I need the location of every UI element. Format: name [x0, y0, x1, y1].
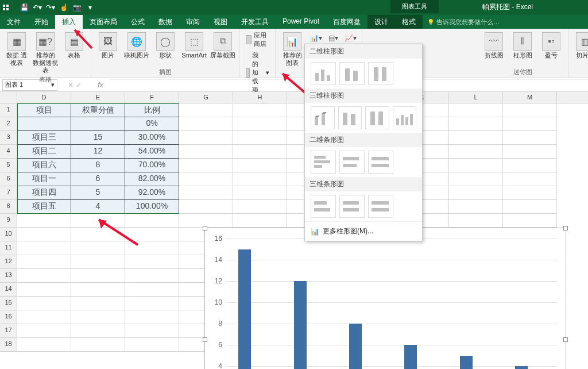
tab-powerpivot[interactable]: Power Pivot	[276, 15, 326, 29]
row-header-10[interactable]: 10	[0, 228, 17, 241]
cell[interactable]	[233, 145, 287, 159]
3d-100stacked-column-thumb[interactable]	[365, 106, 389, 129]
sparkline-winloss-button[interactable]: ▪▫盈亏	[538, 30, 564, 59]
row-header-1[interactable]: 1	[0, 103, 17, 117]
row-header-18[interactable]: 18	[0, 338, 17, 352]
cell[interactable]	[233, 200, 287, 214]
tab-insert[interactable]: 插入	[55, 15, 83, 29]
3d-stacked-bar-thumb[interactable]	[339, 195, 365, 218]
cell[interactable]: 项目六	[17, 159, 71, 172]
cell[interactable]	[17, 338, 71, 352]
cell[interactable]	[179, 186, 233, 200]
cell[interactable]	[71, 255, 125, 269]
embedded-chart[interactable]: 0246810121416项目三项目二项目六项目一项目四项目五 系列1 系列2	[204, 228, 566, 369]
cell[interactable]	[503, 214, 557, 228]
cell[interactable]	[125, 297, 179, 310]
3d-clustered-bar-thumb[interactable]	[311, 195, 336, 218]
cell[interactable]	[179, 117, 233, 131]
cell[interactable]: 5	[71, 186, 125, 200]
sparkline-line-button[interactable]: 〰折线图	[481, 30, 507, 59]
screenshot-button[interactable]: ⧉屏幕截图	[210, 30, 236, 59]
bar-chart-button[interactable]: ▤▾	[325, 32, 341, 44]
row-header-7[interactable]: 7	[0, 186, 17, 200]
row-header-14[interactable]: 14	[0, 283, 17, 297]
cell[interactable]	[503, 200, 557, 214]
100stacked-bar-thumb[interactable]	[368, 151, 393, 174]
col-header-D[interactable]: D	[17, 92, 71, 103]
tab-layout[interactable]: 页面布局	[83, 15, 124, 29]
row-header-4[interactable]: 4	[0, 145, 17, 159]
cell[interactable]	[17, 117, 71, 131]
col-header-M[interactable]: M	[503, 92, 557, 103]
cell[interactable]	[503, 186, 557, 200]
cell[interactable]	[503, 117, 557, 131]
col-header-G[interactable]: G	[179, 92, 233, 103]
row-header-11[interactable]: 11	[0, 241, 17, 255]
cell[interactable]	[179, 172, 233, 186]
row-header-2[interactable]: 2	[0, 117, 17, 131]
online-pictures-button[interactable]: 🌐联机图片	[123, 30, 150, 59]
cell[interactable]	[125, 214, 179, 228]
cell[interactable]: 项目四	[17, 186, 71, 200]
tab-review[interactable]: 审阅	[179, 15, 207, 29]
cell[interactable]: 项目一	[17, 172, 71, 186]
cell[interactable]	[71, 338, 125, 352]
col-header-H[interactable]: H	[233, 92, 287, 103]
3d-column-thumb[interactable]	[393, 106, 417, 129]
camera-icon[interactable]: 📷	[71, 3, 83, 11]
tab-home[interactable]: 开始	[28, 15, 55, 29]
tab-file[interactable]: 文件	[0, 15, 28, 29]
col-header-L[interactable]: L	[449, 92, 503, 103]
cell[interactable]: 82.00%	[125, 172, 179, 186]
cell[interactable]	[71, 283, 125, 297]
cell[interactable]	[449, 159, 503, 172]
row-header-13[interactable]: 13	[0, 269, 17, 283]
cell[interactable]: 100.00%	[125, 200, 179, 214]
cell[interactable]: 0%	[125, 117, 179, 131]
tab-formula[interactable]: 公式	[124, 15, 152, 29]
line-chart-button[interactable]: 📈▾	[342, 32, 358, 44]
cell[interactable]	[71, 241, 125, 255]
cell[interactable]: 8	[71, 159, 125, 172]
table-button[interactable]: ▤表格	[61, 30, 87, 59]
cell[interactable]	[179, 200, 233, 214]
cell[interactable]	[449, 145, 503, 159]
cell[interactable]: 30.00%	[125, 131, 179, 145]
cell[interactable]	[17, 269, 71, 283]
cell[interactable]	[17, 214, 71, 228]
row-header-12[interactable]: 12	[0, 255, 17, 269]
cell[interactable]	[179, 145, 233, 159]
row-header-3[interactable]: 3	[0, 131, 17, 145]
cell[interactable]	[71, 324, 125, 338]
tab-chart-format[interactable]: 格式	[395, 15, 423, 29]
3d-100stacked-bar-thumb[interactable]	[368, 195, 393, 218]
cell[interactable]: 12	[71, 145, 125, 159]
cell[interactable]: 92.00%	[125, 186, 179, 200]
row-header-5[interactable]: 5	[0, 159, 17, 172]
store-button[interactable]: 应用商店	[243, 30, 272, 49]
3d-stacked-column-thumb[interactable]	[338, 106, 362, 129]
pictures-button[interactable]: 🖼图片	[95, 30, 121, 59]
cell[interactable]	[17, 283, 71, 297]
cell[interactable]	[125, 283, 179, 297]
cell[interactable]	[17, 241, 71, 255]
cell[interactable]: 项目二	[17, 145, 71, 159]
cell[interactable]	[503, 145, 557, 159]
cell[interactable]	[71, 310, 125, 324]
row-header-8[interactable]: 8	[0, 200, 17, 214]
save-icon[interactable]: 💾	[18, 3, 30, 11]
cell[interactable]	[233, 172, 287, 186]
cell[interactable]	[17, 324, 71, 338]
cell[interactable]	[125, 228, 179, 241]
select-all-corner[interactable]	[0, 92, 17, 103]
3d-clustered-column-thumb[interactable]	[311, 106, 335, 129]
shapes-button[interactable]: ◯形状	[152, 30, 179, 59]
row-header-16[interactable]: 16	[0, 310, 17, 324]
cell[interactable]	[17, 310, 71, 324]
cell[interactable]	[503, 131, 557, 145]
cell[interactable]	[449, 200, 503, 214]
row-header-17[interactable]: 17	[0, 324, 17, 338]
cell[interactable]	[125, 269, 179, 283]
cell[interactable]	[71, 269, 125, 283]
cell[interactable]	[179, 159, 233, 172]
